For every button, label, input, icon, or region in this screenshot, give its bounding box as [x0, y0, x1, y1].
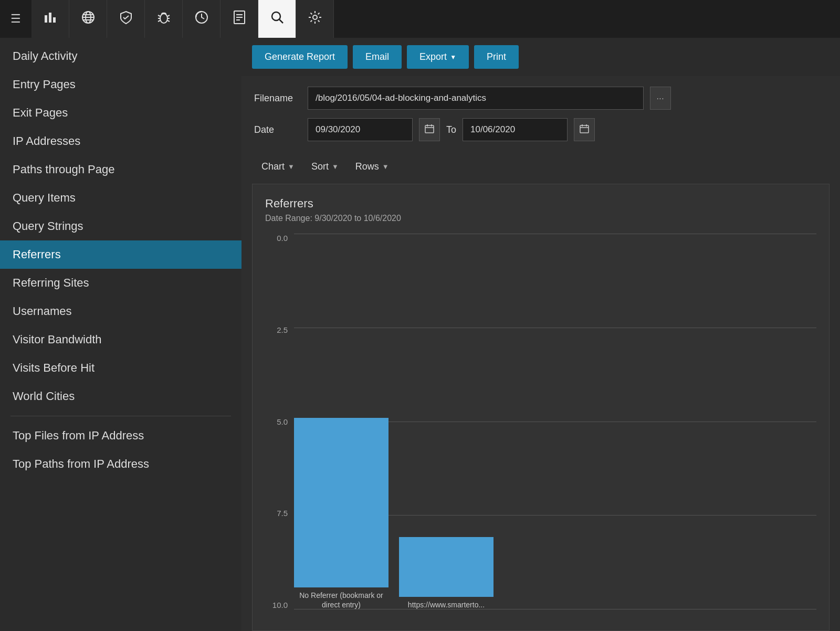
- sidebar-item-world-cities[interactable]: World Cities: [0, 382, 242, 411]
- calendar-to-icon: [579, 123, 590, 136]
- shield-button[interactable]: [107, 0, 145, 38]
- hamburger-button[interactable]: ☰: [0, 0, 32, 38]
- filename-row: Filename ···: [254, 87, 827, 110]
- settings-icon: [308, 10, 322, 28]
- export-arrow-icon: ▼: [450, 54, 456, 61]
- y-axis-label-3: 7.5: [265, 509, 288, 518]
- sidebar-item-visits-before-hit[interactable]: Visits Before Hit: [0, 354, 242, 382]
- filename-input[interactable]: [308, 87, 644, 110]
- date-label: Date: [254, 124, 301, 135]
- chart-subtitle: Date Range: 9/30/2020 to 10/6/2020: [265, 214, 816, 223]
- sort-dropdown-button[interactable]: Sort ▼: [304, 157, 346, 176]
- bar-chart-icon: [43, 10, 58, 28]
- svg-point-20: [272, 12, 280, 20]
- bar-label-0: No Referrer (bookmark ordirect entry): [299, 591, 383, 609]
- bar-0: [294, 418, 388, 587]
- y-axis: 10.0 7.5 5.0 2.5 0.0: [265, 234, 294, 630]
- hamburger-icon: ☰: [10, 12, 21, 26]
- globe-icon: [81, 10, 96, 28]
- export-label: Export: [419, 51, 447, 62]
- email-label: Email: [365, 51, 389, 62]
- svg-rect-2: [53, 17, 56, 23]
- bar-label-1: https://www.smarterto...: [408, 600, 485, 609]
- shield-icon: [119, 10, 133, 28]
- ellipsis-icon: ···: [657, 94, 665, 102]
- rows-dropdown-label: Rows: [355, 161, 379, 172]
- sort-dropdown-label: Sort: [311, 161, 329, 172]
- settings-button[interactable]: [296, 0, 334, 38]
- sidebar-item-query-strings[interactable]: Query Strings: [0, 212, 242, 240]
- top-toolbar: ☰: [0, 0, 840, 38]
- date-to-calendar-button[interactable]: [574, 118, 595, 141]
- svg-rect-0: [45, 15, 47, 23]
- generate-report-button[interactable]: Generate Report: [252, 45, 348, 69]
- filename-ellipsis-button[interactable]: ···: [650, 87, 671, 110]
- to-label: To: [446, 124, 456, 135]
- chart-dropdown-button[interactable]: Chart ▼: [254, 157, 302, 176]
- history-button[interactable]: [183, 0, 220, 38]
- chart-dropdown-arrow-icon: ▼: [288, 163, 295, 171]
- chart-panel: Referrers Date Range: 9/30/2020 to 10/6/…: [252, 184, 830, 631]
- bar-chart-button[interactable]: [32, 0, 69, 38]
- date-row: Date To: [254, 118, 827, 141]
- svg-rect-23: [425, 125, 434, 133]
- sidebar-item-daily-activity[interactable]: Daily Activity: [0, 42, 242, 70]
- content-area: Generate Report Email Export ▼ Print Fil…: [242, 38, 840, 631]
- sidebar-item-visitor-bandwidth[interactable]: Visitor Bandwidth: [0, 325, 242, 354]
- svg-line-12: [167, 15, 170, 16]
- search-button[interactable]: [258, 0, 296, 38]
- rows-dropdown-button[interactable]: Rows ▼: [348, 157, 396, 176]
- sidebar-item-entry-pages[interactable]: Entry Pages: [0, 70, 242, 99]
- email-button[interactable]: Email: [353, 45, 402, 69]
- chart-toolbar: Chart ▼ Sort ▼ Rows ▼: [242, 155, 840, 184]
- svg-line-9: [158, 15, 160, 16]
- print-button[interactable]: Print: [474, 45, 519, 69]
- sort-dropdown-arrow-icon: ▼: [332, 163, 339, 171]
- main-area: Daily Activity Entry Pages Exit Pages IP…: [0, 38, 840, 631]
- rows-dropdown-arrow-icon: ▼: [382, 163, 389, 171]
- clock-icon: [194, 10, 209, 28]
- chart-title: Referrers: [265, 197, 816, 211]
- svg-line-11: [158, 20, 160, 22]
- search-icon: [270, 10, 285, 28]
- calendar-from-icon: [424, 123, 435, 136]
- sidebar-item-ip-addresses[interactable]: IP Addresses: [0, 127, 242, 155]
- svg-rect-1: [49, 13, 51, 23]
- svg-point-22: [313, 15, 317, 19]
- sidebar-item-query-items[interactable]: Query Items: [0, 184, 242, 212]
- bar-1: [399, 537, 494, 597]
- sidebar-divider: [10, 416, 231, 416]
- form-section: Filename ··· Date: [242, 76, 840, 155]
- document-button[interactable]: [220, 0, 258, 38]
- bar-group-0: No Referrer (bookmark ordirect entry): [294, 418, 388, 609]
- sidebar-item-referrers[interactable]: Referrers: [0, 240, 242, 269]
- bars-container: No Referrer (bookmark ordirect entry) ht…: [294, 234, 816, 630]
- svg-line-14: [167, 20, 170, 22]
- bar-group-1: https://www.smarterto...: [399, 537, 494, 609]
- y-axis-label-1: 2.5: [265, 325, 288, 334]
- sidebar-item-usernames[interactable]: Usernames: [0, 297, 242, 325]
- sidebar-item-exit-pages[interactable]: Exit Pages: [0, 99, 242, 127]
- svg-point-8: [160, 14, 167, 23]
- y-axis-label-4: 10.0: [265, 601, 288, 609]
- export-button[interactable]: Export ▼: [407, 45, 469, 69]
- sidebar: Daily Activity Entry Pages Exit Pages IP…: [0, 38, 242, 631]
- sidebar-item-top-paths-from-ip[interactable]: Top Paths from IP Address: [0, 450, 242, 478]
- sidebar-item-paths-through-page[interactable]: Paths through Page: [0, 155, 242, 184]
- filename-label: Filename: [254, 93, 301, 104]
- print-label: Print: [487, 51, 506, 62]
- chart-dropdown-label: Chart: [261, 161, 285, 172]
- date-to-input[interactable]: [463, 118, 568, 141]
- bug-icon: [156, 10, 171, 28]
- y-axis-label-0: 0.0: [265, 234, 288, 243]
- globe-button[interactable]: [69, 0, 107, 38]
- generate-report-label: Generate Report: [265, 51, 335, 62]
- svg-line-21: [279, 19, 283, 23]
- sidebar-item-top-files-from-ip[interactable]: Top Files from IP Address: [0, 422, 242, 450]
- sidebar-item-referring-sites[interactable]: Referring Sites: [0, 269, 242, 297]
- date-from-input[interactable]: [308, 118, 413, 141]
- bug-button[interactable]: [145, 0, 183, 38]
- svg-rect-27: [580, 125, 589, 133]
- document-icon: [233, 10, 246, 28]
- date-from-calendar-button[interactable]: [419, 118, 440, 141]
